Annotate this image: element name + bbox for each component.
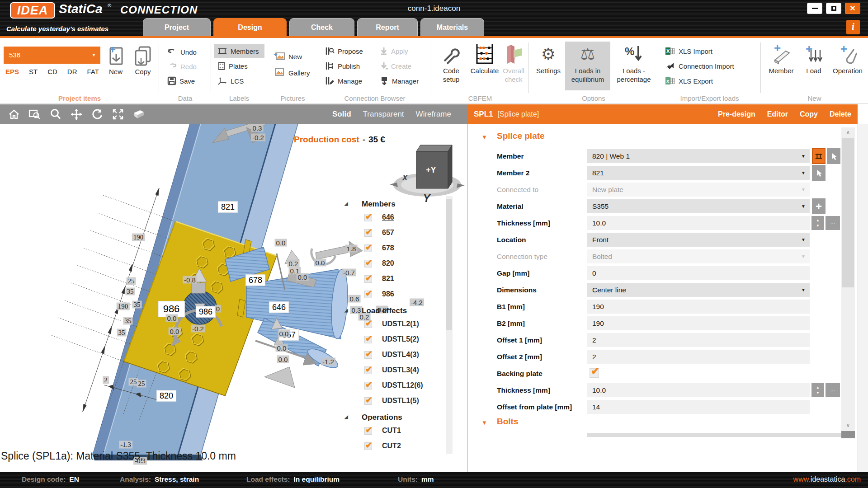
member-label-646[interactable]: 646 <box>269 302 289 313</box>
analysis-type-cd[interactable]: CD <box>47 68 57 75</box>
tree-scrollbar[interactable] <box>446 196 453 454</box>
visibility-checkbox-986[interactable]: ✔ <box>364 291 372 298</box>
copy-action[interactable]: Copy <box>800 110 818 118</box>
picture-gallery-button[interactable]: Gallery <box>270 66 314 80</box>
apply-button[interactable]: Apply <box>376 44 412 58</box>
zoom-window-button[interactable] <box>28 108 42 121</box>
dropdown-material[interactable]: S355▼ <box>587 199 810 213</box>
labels-plates-toggle[interactable]: Plates <box>214 59 251 73</box>
delete-action[interactable]: Delete <box>830 110 851 118</box>
analysis-type-st[interactable]: ST <box>29 68 38 75</box>
redo-button[interactable]: Redo <box>164 60 200 73</box>
overall-check-button[interactable]: Overall check <box>500 42 527 84</box>
collapse-icon[interactable]: ◢ <box>344 414 348 419</box>
more-options-button[interactable]: ... <box>826 216 840 230</box>
input-gap-mm[interactable]: 0 <box>587 266 810 280</box>
member-button[interactable] <box>812 148 826 164</box>
tree-item-udstl3-4[interactable]: UDSTL3(4) <box>382 366 419 374</box>
collapse-icon[interactable]: ◢ <box>344 308 348 313</box>
solid-view-button[interactable] <box>132 108 146 121</box>
plus-button[interactable]: + <box>812 198 826 214</box>
tree-item-udstl12-6[interactable]: UDSTL12(6) <box>382 381 423 389</box>
publish-button[interactable]: Publish <box>321 59 363 73</box>
editor-action[interactable]: Editor <box>767 110 788 118</box>
render-mode-solid[interactable]: Solid <box>332 110 351 119</box>
analysis-type-dr[interactable]: DR <box>67 68 77 75</box>
input-b2-mm[interactable]: 190 <box>587 316 810 330</box>
labels-members-toggle[interactable]: Members <box>214 44 264 58</box>
visibility-checkbox-820[interactable]: ✔ <box>364 260 372 267</box>
analysis-type-eps[interactable]: EPS <box>5 68 19 75</box>
input-b1-mm[interactable]: 190 <box>587 300 810 314</box>
new-load-button[interactable]: + Load <box>800 42 828 75</box>
viewport-3d[interactable]: Production cost-35 € +Y X Y 821986986678… <box>0 124 467 472</box>
zoom-fit-button[interactable] <box>111 108 125 121</box>
visibility-checkbox-udstl1-5[interactable]: ✔ <box>364 397 372 405</box>
dropdown-member[interactable]: 820 | Web 1▼ <box>587 149 810 163</box>
rotate-button[interactable] <box>90 108 104 121</box>
tree-section-operations[interactable]: ◢Operations <box>362 413 402 422</box>
xls-import-button[interactable]: X XLS Import <box>661 44 716 58</box>
copy-project-item-button[interactable]: Copy <box>130 44 156 75</box>
home-view-button[interactable] <box>7 108 21 121</box>
tree-item-821[interactable]: 821 <box>382 275 394 283</box>
tree-item-cut1[interactable]: CUT1 <box>382 427 401 435</box>
picture-new-button[interactable]: + New <box>270 50 306 63</box>
more-options-button[interactable]: ... <box>826 383 840 397</box>
loads-percentage-toggle[interactable]: % Loads - percentage <box>612 42 656 84</box>
visibility-checkbox-udstl3-4[interactable]: ✔ <box>364 366 372 374</box>
loads-in-equilibrium-toggle[interactable]: ⚖ Loads in equilibrium <box>565 42 610 90</box>
maximize-button[interactable] <box>826 3 841 14</box>
dropdown-location[interactable]: Front▼ <box>587 233 810 247</box>
calculate-button[interactable]: Calculate <box>469 42 500 75</box>
tree-item-udstl1-5[interactable]: UDSTL1(5) <box>382 397 419 405</box>
render-mode-wireframe[interactable]: Wireframe <box>416 110 451 119</box>
tree-item-udstl4-3[interactable]: UDSTL4(3) <box>382 351 419 359</box>
dropdown-dimensions[interactable]: Center line▼ <box>587 283 810 297</box>
input-thickness-mm[interactable]: 10.0 <box>587 383 810 397</box>
new-member-button[interactable]: + Member <box>764 42 798 75</box>
propose-button[interactable]: Propose <box>321 44 367 58</box>
spinner-buttons[interactable]: ▲▼ <box>811 383 824 397</box>
minimize-button[interactable] <box>807 3 822 14</box>
settings-button[interactable]: ⚙ Settings <box>533 42 563 75</box>
input-offset-1-mm[interactable]: 2 <box>587 333 810 347</box>
cursor-button[interactable] <box>812 165 826 181</box>
tab-design[interactable]: Design <box>213 18 287 36</box>
tree-item-820[interactable]: 820 <box>382 259 394 267</box>
tree-item-657[interactable]: 657 <box>382 229 394 237</box>
visibility-checkbox-646[interactable]: ✔ <box>364 214 372 221</box>
visibility-checkbox-678[interactable]: ✔ <box>364 244 372 252</box>
collapse-icon[interactable]: ◢ <box>344 201 348 206</box>
undo-button[interactable]: Undo <box>164 45 200 59</box>
visibility-checkbox-udstl12-6[interactable]: ✔ <box>364 382 372 389</box>
panel-scrollbar[interactable]: ∧ ∨ <box>841 127 855 438</box>
tree-item-cut2[interactable]: CUT2 <box>382 442 401 450</box>
save-button[interactable]: Save <box>164 74 198 88</box>
xls-export-button[interactable]: x XLS Export <box>661 74 717 88</box>
visibility-checkbox-udstl4-3[interactable]: ✔ <box>364 351 372 359</box>
visibility-checkbox-udstl5-2[interactable]: ✔ <box>364 336 372 343</box>
scroll-up-icon[interactable]: ∧ <box>841 127 855 137</box>
tree-item-646[interactable]: 646 <box>382 213 394 221</box>
scroll-down-icon[interactable]: ∨ <box>841 420 855 430</box>
info-button[interactable]: i <box>846 20 860 34</box>
website-link[interactable]: www.ideastatica.com <box>793 475 861 483</box>
manager-button[interactable]: Manager <box>376 74 422 88</box>
input-thickness-mm[interactable]: 10.0 <box>587 216 810 230</box>
member-label-986[interactable]: 986 <box>196 306 216 318</box>
spinner-buttons[interactable]: ▲▼ <box>811 216 824 230</box>
new-project-item-button[interactable]: + New <box>103 44 128 75</box>
tree-section-load-effects[interactable]: ◢Load effects <box>362 306 407 315</box>
visibility-checkbox-cut1[interactable]: ✔ <box>364 427 372 435</box>
pre-design-action[interactable]: Pre-design <box>718 110 755 118</box>
tree-item-678[interactable]: 678 <box>382 244 394 252</box>
visibility-checkbox-821[interactable]: ✔ <box>364 275 372 283</box>
visibility-checkbox-657[interactable]: ✔ <box>364 229 372 237</box>
render-mode-transparent[interactable]: Transparent <box>363 110 404 119</box>
pan-button[interactable] <box>70 108 83 121</box>
tab-project[interactable]: Project <box>143 18 211 36</box>
connection-import-button[interactable]: Connection Import <box>661 59 738 73</box>
manage-button[interactable]: Manage <box>321 74 366 88</box>
tree-item-udstl5-2[interactable]: UDSTL5(2) <box>382 335 419 343</box>
